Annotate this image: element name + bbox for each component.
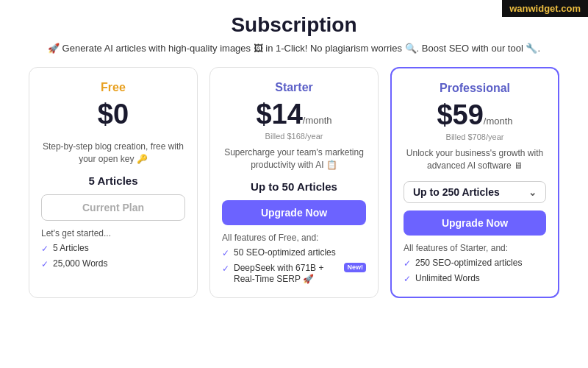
features-label-starter: All features of Free, and: bbox=[222, 233, 366, 243]
plan-desc-professional: Unlock your business's growth with advan… bbox=[404, 147, 546, 174]
feature-list-free: ✓5 Articles✓25,000 Words bbox=[41, 243, 185, 270]
check-icon: ✓ bbox=[404, 274, 411, 286]
plan-desc-free: Step-by-step blog creation, free with yo… bbox=[41, 141, 185, 167]
cta-button-professional[interactable]: Upgrade Now bbox=[404, 210, 546, 236]
watermark: wanwidget.com bbox=[502, 0, 588, 17]
plan-name-free: Free bbox=[41, 81, 185, 94]
features-label-free: Let's get started... bbox=[41, 228, 185, 238]
plan-desc-starter: Supercharge your team's marketing produc… bbox=[222, 146, 366, 173]
check-icon: ✓ bbox=[222, 263, 229, 275]
check-icon: ✓ bbox=[41, 259, 49, 271]
features-label-professional: All features of Starter, and: bbox=[404, 243, 546, 253]
plan-card-free: Free$0Step-by-step blog creation, free w… bbox=[29, 67, 198, 298]
plan-name-starter: Starter bbox=[222, 81, 366, 94]
plan-billed-starter: Billed $168/year bbox=[222, 132, 366, 141]
plan-articles-starter: Up to 50 Articles bbox=[222, 180, 366, 193]
plan-card-starter: Starter$14/monthBilled $168/yearSupercha… bbox=[209, 67, 379, 298]
plan-name-professional: Professional bbox=[404, 82, 546, 95]
plan-card-professional: Professional$59/monthBilled $708/yearUnl… bbox=[390, 67, 559, 298]
feature-list-starter: ✓50 SEO-optimized articles✓DeepSeek with… bbox=[222, 247, 366, 286]
plan-amount-starter: $14 bbox=[256, 99, 302, 130]
plans-container: Free$0Step-by-step blog creation, free w… bbox=[22, 67, 566, 298]
plan-price-free: $0 bbox=[41, 99, 185, 130]
plan-billed-professional: Billed $708/year bbox=[404, 132, 546, 141]
plan-price-starter: $14/month bbox=[222, 99, 366, 130]
list-item: ✓50 SEO-optimized articles bbox=[222, 247, 366, 260]
check-icon: ✓ bbox=[222, 248, 229, 260]
plan-price-professional: $59/month bbox=[404, 99, 546, 131]
list-item: ✓5 Articles bbox=[41, 243, 185, 255]
check-icon: ✓ bbox=[41, 244, 49, 255]
cta-button-free[interactable]: Current Plan bbox=[41, 194, 185, 221]
plan-period-professional: /month bbox=[484, 116, 513, 127]
list-item: ✓250 SEO-optimized articles bbox=[404, 258, 546, 270]
list-item: ✓25,000 Words bbox=[41, 258, 185, 271]
list-item: ✓DeepSeek with 671B + Real-Time SERP 🚀Ne… bbox=[222, 263, 366, 286]
page-title: Subscription bbox=[22, 13, 566, 37]
plan-articles-dropdown-professional[interactable]: Up to 250 Articles⌄ bbox=[404, 181, 546, 203]
plan-amount-professional: $59 bbox=[437, 99, 483, 130]
check-icon: ✓ bbox=[404, 258, 411, 270]
feature-list-professional: ✓250 SEO-optimized articles✓Unlimited Wo… bbox=[404, 258, 546, 285]
plan-articles-text-professional: Up to 250 Articles bbox=[413, 186, 500, 198]
chevron-down-icon: ⌄ bbox=[528, 187, 537, 198]
new-badge: New! bbox=[344, 263, 366, 273]
plan-articles-free: 5 Articles bbox=[41, 174, 185, 187]
list-item: ✓Unlimited Words bbox=[404, 273, 546, 286]
page-container: Subscription 🚀 Generate AI articles with… bbox=[0, 0, 588, 305]
plan-period-starter: /month bbox=[303, 115, 332, 126]
subtitle: 🚀 Generate AI articles with high-quality… bbox=[22, 43, 566, 54]
plan-amount-free: $0 bbox=[98, 99, 129, 130]
cta-button-starter[interactable]: Upgrade Now bbox=[222, 200, 366, 225]
